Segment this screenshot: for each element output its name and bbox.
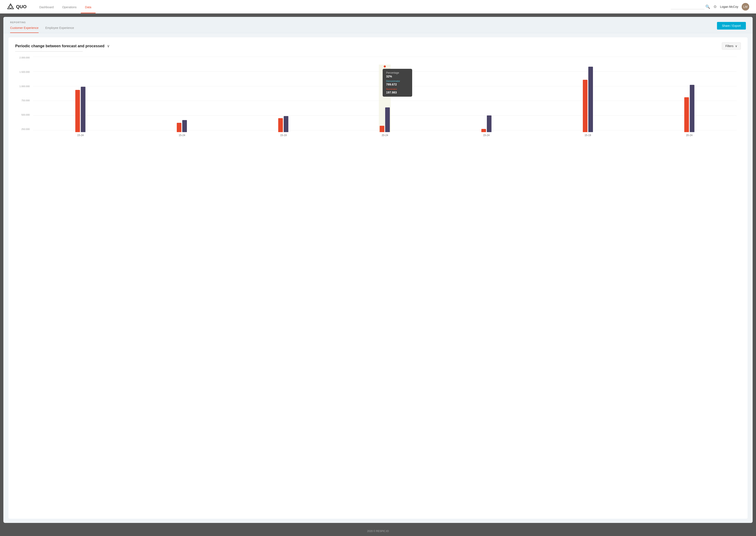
bar-label-3: 20-24 (382, 134, 388, 137)
user-name-label: Logan McCoy (720, 5, 738, 9)
bar-purple-3 (385, 107, 390, 132)
logo-text: QUO (16, 4, 27, 10)
footer-text: 2020 © RESPIC.IO (367, 530, 389, 533)
reporting-tabs: Customer Experience Employee Experience (10, 26, 74, 33)
bar-red-0 (75, 90, 80, 132)
search-icon[interactable]: 🔍 (706, 4, 710, 9)
search-container: 🔍 (671, 4, 710, 9)
chart-title-divider (15, 51, 83, 51)
tooltip-dot (384, 65, 386, 68)
chart-header: Periodic change between forecast and pro… (15, 43, 741, 50)
bar-purple-5 (588, 67, 593, 132)
grid-line-5 (33, 56, 737, 57)
top-navigation: QUO Dashboard Operations Data 🔍 ⚙ Logan … (0, 0, 756, 14)
main-wrapper: REPORTING Customer Experience Employee E… (0, 14, 756, 526)
search-input[interactable] (671, 4, 705, 9)
bar-group-1: 15-24 (135, 65, 229, 137)
y-label-2: 750.000 (19, 99, 30, 102)
bar-label-4: 15-24 (483, 134, 489, 137)
bar-red-2 (278, 118, 283, 132)
tooltip: Percentage 32% Demonimator 789.672 Numer… (383, 69, 412, 97)
bars-row-6 (684, 65, 694, 132)
filters-label: Filters (725, 44, 734, 48)
gear-icon[interactable]: ⚙ (713, 4, 717, 9)
y-label-1: 500.000 (19, 114, 30, 116)
bar-chart-area: 250.000 500.000 750.000 1.000.000 1.500.… (15, 56, 741, 137)
bar-label-2: 15-19 (280, 134, 287, 137)
nav-item-data[interactable]: Data (81, 6, 96, 13)
share-export-button[interactable]: Share / Export (717, 22, 746, 30)
nav-item-dashboard[interactable]: Dashboard (35, 6, 58, 13)
y-axis: 250.000 500.000 750.000 1.000.000 1.500.… (19, 56, 30, 137)
avatar: LM (742, 3, 749, 11)
chart-title-chevron-icon[interactable]: ∨ (107, 44, 110, 48)
bar-group-3: Percentage 32% Demonimator 789.672 Numer… (337, 65, 432, 137)
bar-label-1: 15-24 (179, 134, 185, 137)
y-label-3: 1.000.000 (19, 85, 30, 87)
bar-group-2: 15-19 (236, 65, 331, 137)
bar-purple-6 (690, 85, 694, 132)
reporting-header: REPORTING Customer Experience Employee E… (3, 17, 753, 33)
svg-point-1 (9, 5, 12, 8)
tab-employee-experience[interactable]: Employee Experience (45, 26, 74, 33)
tab-customer-experience[interactable]: Customer Experience (10, 26, 39, 33)
bar-group-0: 15-24 (33, 65, 128, 137)
nav-links: Dashboard Operations Data (35, 0, 671, 13)
bar-purple-1 (182, 120, 187, 132)
tooltip-num-label: Numerator (386, 88, 409, 90)
filters-chevron-icon: ∨ (735, 44, 737, 48)
footer: 2020 © RESPIC.IO (0, 526, 756, 536)
bars-row-5 (583, 65, 593, 132)
nav-item-operations[interactable]: Operations (58, 6, 81, 13)
y-label-5: 2.000.000 (19, 56, 30, 59)
bars-row-1 (177, 65, 187, 132)
content-card: REPORTING Customer Experience Employee E… (3, 17, 753, 523)
bars-row-4 (481, 65, 491, 132)
bar-purple-4 (487, 116, 491, 132)
bar-label-0: 15-24 (77, 134, 84, 137)
reporting-left: REPORTING Customer Experience Employee E… (10, 21, 74, 33)
bar-red-6 (684, 97, 689, 132)
nav-right: 🔍 ⚙ Logan McCoy LM (671, 3, 749, 11)
tooltip-percentage-label: Percentage (386, 71, 409, 74)
filters-button[interactable]: Filters ∨ (722, 43, 741, 50)
chart-container: Periodic change between forecast and pro… (9, 37, 747, 519)
bar-red-3 (380, 126, 384, 132)
bar-red-5 (583, 80, 587, 132)
bar-red-4 (481, 129, 486, 132)
tooltip-percent-value: 32% (386, 75, 409, 78)
bar-group-4: 15-24 (439, 65, 534, 137)
bar-label-5: 15-19 (584, 134, 591, 137)
y-label-4: 1.500.000 (19, 71, 30, 73)
logo-icon (7, 3, 14, 11)
bar-red-1 (177, 123, 181, 132)
tooltip-num-value: 197.983 (386, 91, 409, 94)
chart-title: Periodic change between forecast and pro… (15, 44, 105, 48)
bar-purple-0 (81, 87, 85, 132)
reporting-label: REPORTING (10, 21, 74, 24)
bar-label-6: 20-24 (686, 134, 693, 137)
chart-title-row: Periodic change between forecast and pro… (15, 44, 110, 48)
tooltip-denom-label: Demonimator (386, 80, 409, 82)
tooltip-anchor: Percentage 32% Demonimator 789.672 Numer… (384, 65, 386, 67)
y-label-0: 250.000 (19, 128, 30, 130)
bar-group-5: 15-19 (540, 65, 635, 137)
logo[interactable]: QUO (7, 3, 27, 11)
tooltip-denom-value: 789.672 (386, 83, 409, 86)
chart-inner: 15-24 15-24 (33, 56, 737, 137)
bars-row-2 (278, 65, 288, 132)
bar-group-6: 20-24 (642, 65, 737, 137)
bar-purple-2 (284, 116, 288, 132)
bars-row-0 (75, 65, 85, 132)
